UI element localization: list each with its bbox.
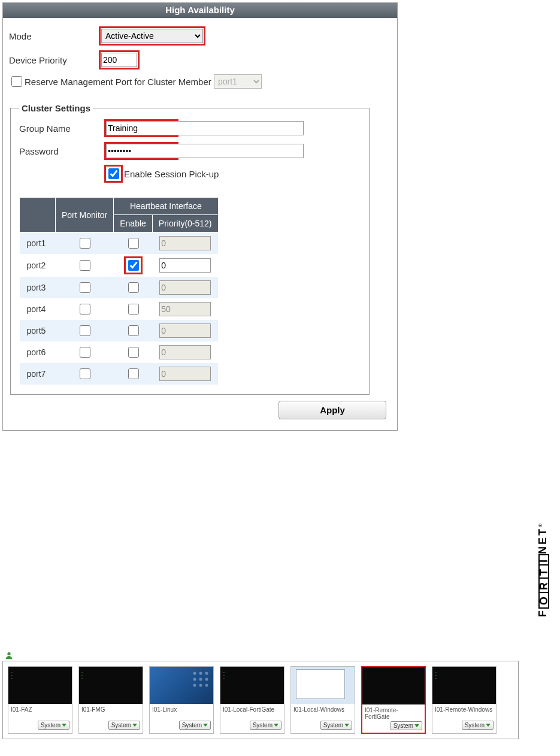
- port-monitor-cell: [56, 277, 114, 298]
- hb-priority-cell: [152, 254, 218, 277]
- hb-enable-cell: [114, 298, 153, 320]
- priority-row: Device Priority: [9, 50, 391, 69]
- table-row: port7: [20, 363, 219, 385]
- hb-priority-input: [159, 323, 211, 338]
- priority-input[interactable]: [101, 53, 137, 67]
- password-input[interactable]: [106, 144, 177, 158]
- password-label: Password: [19, 146, 104, 156]
- group-input-ext[interactable]: [177, 121, 304, 135]
- port-monitor-cell: [56, 232, 114, 254]
- apply-button[interactable]: Apply: [279, 401, 386, 419]
- mode-label: Mode: [9, 31, 99, 41]
- hb-priority-input: [159, 280, 211, 295]
- hb-enable-checkbox[interactable]: [128, 304, 139, 315]
- hb-enable-checkbox[interactable]: [128, 238, 139, 249]
- highlight-session-pickup: [104, 165, 123, 183]
- panel-title: High Availability: [3, 3, 397, 18]
- port-name-cell: port7: [20, 363, 56, 385]
- table-row: port3: [20, 277, 219, 298]
- ports-tbody: port1port2port3port4port5port6port7: [20, 232, 219, 385]
- spacer: [19, 169, 104, 179]
- hb-priority-input: [159, 302, 211, 316]
- hb-priority-input: [159, 345, 211, 359]
- hb-enable-cell: [114, 254, 153, 277]
- hb-enable-checkbox[interactable]: [128, 282, 139, 293]
- hb-priority-cell: [152, 363, 218, 385]
- hb-enable-cell: [114, 320, 153, 341]
- group-label: Group Name: [19, 123, 104, 134]
- cluster-fieldset: Cluster Settings Group Name Password Ena…: [10, 103, 370, 395]
- hb-enable-cell: [114, 232, 153, 254]
- port-monitor-checkbox[interactable]: [80, 304, 90, 315]
- hb-enable-checkbox[interactable]: [128, 368, 139, 379]
- ports-thead: Port Monitor Heartbeat Interface Enable …: [20, 198, 219, 232]
- hb-priority-cell: [152, 277, 218, 298]
- hb-priority-input: [159, 367, 211, 381]
- th-priority: Priority(0-512): [152, 215, 218, 232]
- reserve-row: Reserve Management Port for Cluster Memb…: [9, 74, 391, 89]
- port-monitor-checkbox[interactable]: [80, 368, 90, 379]
- ports-table: Port Monitor Heartbeat Interface Enable …: [19, 197, 219, 385]
- port-monitor-checkbox[interactable]: [80, 282, 90, 293]
- port-monitor-cell: [56, 254, 114, 277]
- highlight-priority: [99, 50, 140, 69]
- password-input-ext[interactable]: [177, 144, 304, 158]
- password-row: Password: [19, 142, 361, 160]
- table-row: port1: [20, 232, 219, 254]
- port-name-cell: port5: [20, 320, 56, 341]
- port-monitor-checkbox[interactable]: [80, 347, 90, 358]
- highlight-mode: Active-Active: [99, 26, 205, 46]
- table-row: port6: [20, 341, 219, 363]
- mode-select[interactable]: Active-Active: [101, 29, 203, 43]
- port-name-cell: port1: [20, 232, 56, 254]
- hb-enable-cell: [114, 363, 153, 385]
- session-pickup-checkbox[interactable]: [108, 168, 119, 179]
- hb-priority-input: [159, 236, 211, 250]
- mode-row: Mode Active-Active: [9, 26, 391, 46]
- group-input[interactable]: [106, 121, 177, 135]
- th-blank: [20, 198, 56, 232]
- highlight-password: [104, 142, 178, 160]
- port-monitor-cell: [56, 320, 114, 341]
- port-name-cell: port4: [20, 298, 56, 320]
- hb-priority-cell: [152, 341, 218, 363]
- hb-priority-input[interactable]: [159, 258, 211, 273]
- session-pickup-label: Enable Session Pick-up: [124, 169, 219, 179]
- hb-priority-cell: [152, 298, 218, 320]
- button-row: Apply: [9, 395, 391, 424]
- hb-enable-cell: [114, 341, 153, 363]
- reserve-label: Reserve Management Port for Cluster Memb…: [25, 77, 211, 87]
- hb-enable-cell: [114, 277, 153, 298]
- ha-panel: High Availability Mode Active-Active Dev…: [2, 2, 398, 431]
- hb-priority-cell: [152, 232, 218, 254]
- port-monitor-checkbox[interactable]: [80, 325, 90, 336]
- port-name-cell: port2: [20, 254, 56, 277]
- reserve-port-select: port1: [214, 74, 262, 89]
- hb-enable-checkbox[interactable]: [128, 260, 139, 271]
- panel-body: Mode Active-Active Device Priority Reser…: [3, 18, 397, 430]
- priority-label: Device Priority: [9, 55, 99, 65]
- port-monitor-cell: [56, 341, 114, 363]
- hb-enable-checkbox[interactable]: [128, 347, 139, 358]
- hb-enable-checkbox[interactable]: [128, 325, 139, 336]
- reserve-checkbox[interactable]: [11, 76, 22, 87]
- cluster-legend: Cluster Settings: [19, 103, 93, 113]
- port-name-cell: port3: [20, 277, 56, 298]
- table-row: port2: [20, 254, 219, 277]
- th-enable: Enable: [114, 215, 153, 232]
- hb-priority-cell: [152, 320, 218, 341]
- table-row: port5: [20, 320, 219, 341]
- port-name-cell: port6: [20, 341, 56, 363]
- highlight-hb-enable: [124, 256, 143, 274]
- group-row: Group Name: [19, 119, 361, 137]
- port-monitor-checkbox[interactable]: [80, 260, 90, 271]
- port-monitor-cell: [56, 363, 114, 385]
- highlight-group: [104, 119, 178, 137]
- port-monitor-cell: [56, 298, 114, 320]
- port-monitor-checkbox[interactable]: [80, 238, 90, 249]
- th-heartbeat: Heartbeat Interface: [114, 198, 218, 215]
- session-pickup-row: Enable Session Pick-up: [19, 165, 361, 183]
- th-port-monitor: Port Monitor: [56, 198, 114, 232]
- table-row: port4: [20, 298, 219, 320]
